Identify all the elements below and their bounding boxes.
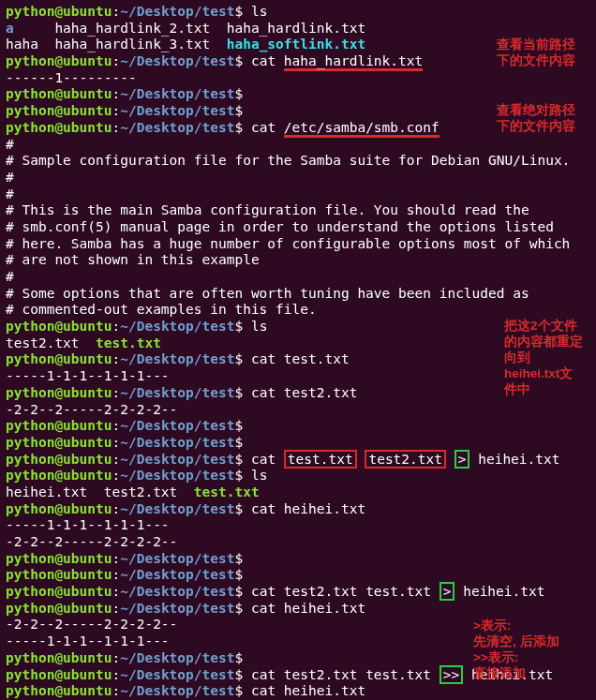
cat-arg-abs: /etc/samba/smb.conf	[284, 120, 440, 138]
user-host: python@ubuntu	[6, 4, 112, 19]
prompt-line-redirect: python@ubuntu:~/Desktop/test$ cat test.t…	[6, 452, 590, 469]
prompt-line: python@ubuntu:~/Desktop/test$ cat heihei…	[6, 501, 590, 518]
prompt-line-redirect: python@ubuntu:~/Desktop/test$ cat test2.…	[6, 584, 590, 601]
prompt-line: python@ubuntu:~/Desktop/test$ ls	[6, 4, 590, 21]
arg-test2-txt: test2.txt	[365, 450, 446, 469]
file-output: #	[6, 170, 590, 186]
prompt-line: python@ubuntu:~/Desktop/test$	[6, 86, 590, 103]
prompt-line: python@ubuntu:~/Desktop/test$	[6, 551, 590, 568]
arg-test-txt: test.txt	[284, 450, 357, 469]
file-output: # This is the main Samba configuration f…	[6, 202, 590, 219]
cmd-ls: ls	[243, 4, 267, 19]
annotation-redirect-files: 把这2个文件 的内容都重定 向到 heihei.txt文 件中	[504, 319, 583, 397]
ls-output: test2.txt test.txt	[6, 335, 590, 352]
prompt-line: python@ubuntu:~/Desktop/test$ cat test.t…	[6, 351, 590, 368]
file-output: # commented-out examples in this file.	[6, 302, 590, 319]
prompt-line: python@ubuntu:~/Desktop/test$	[6, 435, 590, 452]
file-output: -----1-1-1--1-1-1---	[6, 517, 590, 534]
prompt-line: python@ubuntu:~/Desktop/test$ cat heihei…	[6, 601, 590, 618]
file-output: #	[6, 137, 590, 154]
annotation-abs-path: 查看绝对路径 下的文件内容	[497, 103, 575, 135]
redirect-gtgt: >>	[440, 665, 463, 684]
file-output: ------1---------	[6, 70, 590, 87]
annotation-redirect-meaning: >表示: 先清空, 后添加 >>表示: 直接添加	[473, 618, 559, 682]
terminal-window[interactable]: python@ubuntu:~/Desktop/test$ ls a haha_…	[0, 0, 596, 700]
file-output: # here. Samba has a huge number of confi…	[6, 236, 590, 253]
cat-arg: haha_hardlink.txt	[284, 53, 423, 71]
prompt-line: python@ubuntu:~/Desktop/test$ ls	[6, 319, 590, 335]
file-output: -2-2--2-----2-2-2-2--	[6, 402, 590, 419]
prompt-line: python@ubuntu:~/Desktop/test$	[6, 418, 590, 435]
prompt-line: python@ubuntu:~/Desktop/test$	[6, 567, 590, 584]
cmd-cat: cat test.txt	[243, 351, 350, 366]
ls-output: a haha_hardlink_2.txt haha_hardlink.txt	[6, 21, 590, 37]
cmd-ls: ls	[243, 319, 267, 334]
file-output: #	[6, 269, 590, 286]
file-output: # smb.conf(5) manual page in order to un…	[6, 219, 590, 236]
ls-output: heihei.txt test2.txt test.txt	[6, 484, 590, 501]
file-output: -----1-1-1--1-1-1---	[6, 368, 590, 385]
softlink-name: haha_softlink.txt	[227, 37, 365, 52]
cmd-cat: cat test2.txt	[243, 385, 357, 400]
prompt-line: python@ubuntu:~/Desktop/test$ cat test2.…	[6, 385, 590, 402]
redirect-gt: >	[440, 582, 455, 601]
prompt-line: python@ubuntu:~/Desktop/test$ cat heihei…	[6, 683, 590, 700]
file-output: -2-2--2-----2-2-2-2--	[6, 534, 590, 551]
file-output: # Sample configuration file for the Samb…	[6, 153, 590, 170]
redirect-gt: >	[454, 450, 470, 469]
file-output: #	[6, 186, 590, 203]
annotation-current-path: 查看当前路径 下的文件内容	[497, 37, 575, 69]
prompt-line: python@ubuntu:~/Desktop/test$ ls	[6, 468, 590, 484]
cmd-cat: cat heihei.txt	[243, 501, 365, 516]
file-output: # are not shown in this example	[6, 252, 590, 269]
file-output: # Some options that are often worth tuni…	[6, 286, 590, 303]
